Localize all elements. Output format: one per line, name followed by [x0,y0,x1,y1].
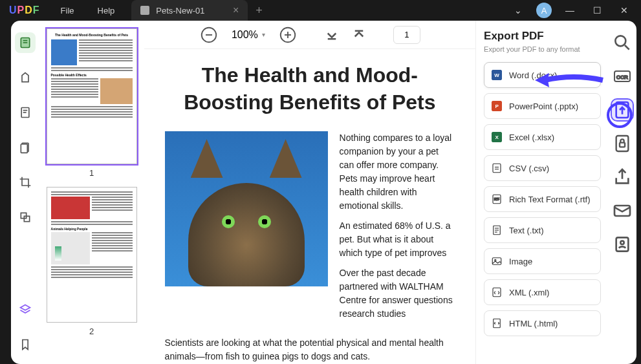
document-body-text: Scientists are looking at what the poten… [165,336,455,363]
excel-icon: X [491,131,503,143]
export-option-html[interactable]: HTML (.html) [484,310,601,336]
document-page[interactable]: The Health and Mood-Boosting Benefits of… [144,49,475,364]
tab-close-icon[interactable]: × [233,5,239,16]
right-tool-sidebar: OCR [609,21,637,364]
export-pdf-panel: Export PDF Export your PDF to any format… [475,21,609,364]
user-avatar[interactable]: A [536,3,552,18]
word-icon: W [491,69,503,81]
html-icon [491,317,503,329]
page-number-input[interactable] [393,26,420,44]
svg-text:RTF: RTF [494,198,500,201]
bookmark-tool[interactable] [15,334,36,355]
svg-rect-7 [21,144,27,153]
form-button[interactable] [612,234,633,255]
viewer-toolbar: 100% ▾ [144,21,475,49]
zoom-in-button[interactable] [278,25,298,45]
export-option-excel[interactable]: X Excel (.xlsx) [484,124,601,150]
tab-favicon [140,6,149,15]
document-title: The Health and Mood-Boosting Benefits of… [165,62,455,116]
zoom-out-button[interactable] [199,25,219,45]
crop-tool[interactable] [15,172,36,193]
export-panel-subtitle: Export your PDF to any format [484,45,601,53]
svg-rect-26 [492,258,501,265]
page-up-button[interactable] [349,25,369,45]
new-tab-button[interactable]: + [255,4,263,17]
share-button[interactable] [612,167,633,187]
menu-file[interactable]: File [49,6,86,16]
export-option-csv[interactable]: CSV (.csv) [484,155,601,181]
svg-rect-35 [616,136,629,151]
export-panel-title: Export PDF [484,30,601,43]
page-down-button[interactable] [322,25,342,45]
svg-point-30 [616,36,626,46]
reader-tool[interactable] [15,32,36,53]
export-option-image[interactable]: Image [484,248,601,274]
menu-help[interactable]: Help [86,6,127,16]
layers-tool[interactable] [15,299,36,320]
compare-tool[interactable] [15,207,36,228]
document-image-cat [165,131,328,286]
svg-rect-36 [620,143,625,147]
export-option-powerpoint[interactable]: P PowerPoint (.pptx) [484,93,601,119]
export-option-xml[interactable]: XML (.xml) [484,279,601,305]
window-maximize-button[interactable]: ☐ [588,5,606,16]
image-icon [491,255,503,267]
svg-rect-28 [493,288,501,297]
svg-rect-17 [493,164,501,173]
organize-tool[interactable] [15,137,36,158]
highlight-tool[interactable] [15,67,36,88]
document-tab[interactable]: Pets-New-01 × [131,0,248,21]
chevron-down-icon[interactable]: ⌄ [509,5,527,16]
main-document-area: 100% ▾ The Health and Mood-Boosting Bene… [144,21,475,364]
page-thumbnail[interactable]: Animals Helping People 2 [44,187,138,336]
caret-down-icon: ▾ [262,31,265,38]
rtf-icon: RTF [491,193,503,205]
email-button[interactable] [612,200,633,221]
page-thumbnail[interactable]: The Health and Mood-Boosting Benefits of… [44,28,138,178]
titlebar: UPDF File Help Pets-New-01 × + ⌄ A — ☐ ✕ [0,0,641,21]
window-close-button[interactable]: ✕ [615,5,633,16]
export-option-word[interactable]: W Word (.docx) [484,62,601,88]
window-minimize-button[interactable]: — [561,5,579,16]
svg-point-39 [621,241,624,244]
app-logo: UPDF [0,5,49,16]
text-icon [491,224,503,236]
zoom-select[interactable]: 100% ▾ [226,27,270,43]
svg-text:OCR: OCR [617,74,629,80]
left-tool-sidebar [11,21,39,364]
edit-tool[interactable] [15,102,36,123]
powerpoint-icon: P [491,100,503,112]
search-button[interactable] [612,32,633,53]
protect-button[interactable] [612,133,633,154]
csv-icon [491,162,503,174]
export-option-rtf[interactable]: RTF Rich Text Format (.rtf) [484,186,601,212]
ocr-button[interactable]: OCR [612,66,633,87]
thumbnails-panel: The Health and Mood-Boosting Benefits of… [39,21,144,364]
xml-icon [491,286,503,298]
document-body-text: Nothing compares to a loyal companion by… [340,131,455,327]
export-option-text[interactable]: Text (.txt) [484,217,601,243]
svg-line-31 [625,45,629,50]
tab-title: Pets-New-01 [156,6,204,16]
export-button[interactable] [612,100,633,120]
